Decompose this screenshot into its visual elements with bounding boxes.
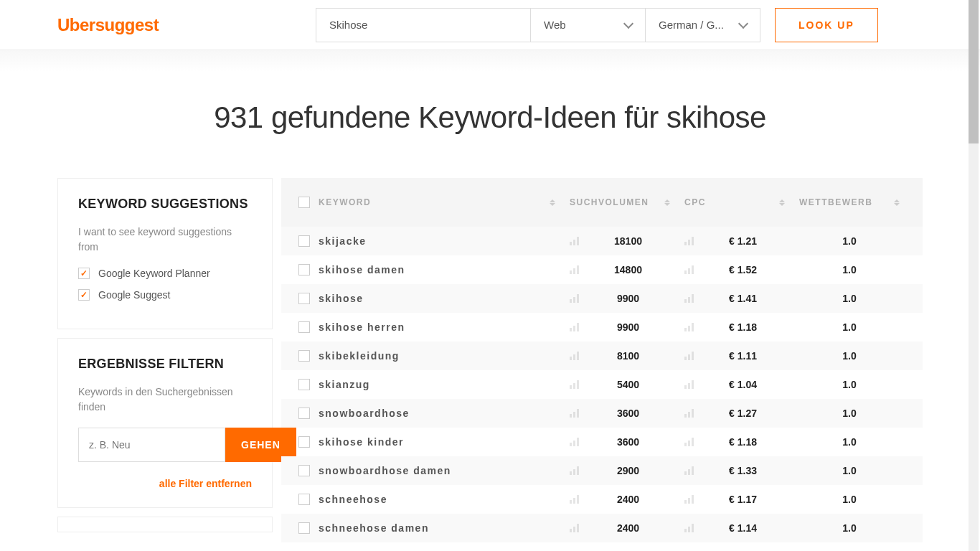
row-checkbox[interactable]	[298, 235, 310, 247]
remove-filters-link[interactable]: alle Filter entfernen	[78, 478, 252, 489]
results-title: 931 gefundene Keyword-Ideen für skihose	[0, 100, 980, 135]
cpc-cell: € 1.18	[701, 321, 799, 333]
language-dropdown[interactable]: German / G...	[646, 8, 760, 42]
cpc-cell: € 1.18	[701, 436, 799, 448]
competition-cell: 1.0	[799, 321, 914, 333]
lookup-button[interactable]: LOOK UP	[775, 8, 878, 42]
col-comp-label: WETTBEWERB	[799, 197, 872, 207]
bar-chart-icon	[570, 466, 579, 475]
row-checkbox[interactable]	[298, 436, 310, 448]
cpc-cell: € 1.52	[701, 264, 799, 276]
bar-chart-icon	[684, 409, 694, 418]
competition-cell: 1.0	[799, 465, 914, 476]
keyword-cell[interactable]: skibekleidung	[319, 350, 400, 362]
checkbox-google-suggest[interactable]	[78, 289, 90, 301]
table-row: skihose herren9900€ 1.181.0	[281, 313, 923, 342]
scrollbar[interactable]	[969, 0, 979, 551]
cpc-cell: € 1.17	[701, 494, 799, 505]
keyword-cell[interactable]: schneehose damen	[319, 522, 429, 534]
col-cpc-header[interactable]: CPC	[684, 197, 799, 207]
sort-icon	[894, 199, 900, 206]
cpc-cell: € 1.11	[701, 350, 799, 362]
competition-cell: 1.0	[799, 293, 914, 304]
col-cpc-label: CPC	[684, 197, 706, 207]
competition-cell: 1.0	[799, 264, 914, 276]
bar-chart-icon	[570, 265, 579, 274]
keyword-cell[interactable]: skihose damen	[319, 264, 405, 276]
bar-chart-icon	[570, 438, 579, 446]
table-row: skianzug5400€ 1.041.0	[281, 370, 923, 399]
search-type-value: Web	[544, 19, 566, 31]
bar-chart-icon	[570, 237, 579, 245]
table-row: skijacke18100€ 1.211.0	[281, 227, 923, 255]
col-volume-label: SUCHVOLUMEN	[570, 197, 649, 207]
col-volume-header[interactable]: SUCHVOLUMEN	[570, 197, 684, 207]
volume-cell: 14800	[586, 264, 684, 276]
cpc-cell: € 1.41	[701, 293, 799, 304]
keyword-cell[interactable]: skihose	[319, 293, 364, 304]
bar-chart-icon	[570, 524, 579, 532]
keyword-cell[interactable]: skijacke	[319, 235, 367, 247]
volume-cell: 2400	[586, 494, 684, 505]
table-row: snowboardhose3600€ 1.271.0	[281, 399, 923, 428]
competition-cell: 1.0	[799, 350, 914, 362]
suggestions-subtitle: I want to see keyword suggestions from	[78, 225, 252, 255]
search-type-dropdown[interactable]: Web	[531, 8, 646, 42]
row-checkbox[interactable]	[298, 408, 310, 419]
table-row: snowboardhose damen2900€ 1.331.0	[281, 456, 923, 485]
table-row: schneehose damen2400€ 1.141.0	[281, 514, 923, 542]
bar-chart-icon	[570, 409, 579, 418]
keyword-cell[interactable]: skianzug	[319, 379, 370, 390]
keyword-cell[interactable]: skihose kinder	[319, 436, 404, 448]
brand-logo[interactable]: Ubersuggest	[57, 15, 316, 35]
filter-input[interactable]	[78, 428, 225, 462]
bar-chart-icon	[684, 352, 694, 360]
row-checkbox[interactable]	[298, 522, 310, 534]
col-comp-header[interactable]: WETTBEWERB	[799, 197, 914, 207]
bar-chart-icon	[570, 294, 579, 303]
label-google-suggest: Google Suggest	[98, 289, 170, 301]
chevron-down-icon	[623, 18, 633, 28]
checkbox-google-planner[interactable]	[78, 268, 90, 279]
competition-cell: 1.0	[799, 235, 914, 247]
col-keyword-label: KEYWORD	[319, 197, 371, 207]
bar-chart-icon	[570, 352, 579, 360]
row-checkbox[interactable]	[298, 494, 310, 505]
bar-chart-icon	[684, 495, 694, 504]
bar-chart-icon	[684, 438, 694, 446]
next-panel	[57, 517, 273, 532]
row-checkbox[interactable]	[298, 465, 310, 476]
language-value: German / G...	[659, 19, 724, 31]
volume-cell: 9900	[586, 293, 684, 304]
bar-chart-icon	[684, 323, 694, 331]
keyword-cell[interactable]: snowboardhose	[319, 408, 410, 419]
bar-chart-icon	[684, 237, 694, 245]
filter-subtitle: Keywords in den Suchergebnissen finden	[78, 385, 252, 415]
row-checkbox[interactable]	[298, 350, 310, 362]
col-keyword-header[interactable]: KEYWORD	[319, 197, 570, 207]
bar-chart-icon	[684, 294, 694, 303]
sort-icon	[550, 199, 555, 206]
competition-cell: 1.0	[799, 408, 914, 419]
row-checkbox[interactable]	[298, 293, 310, 304]
keyword-cell[interactable]: skihose herren	[319, 321, 405, 333]
scroll-thumb[interactable]	[969, 0, 979, 143]
keyword-cell[interactable]: snowboardhose damen	[319, 465, 451, 476]
bar-chart-icon	[684, 265, 694, 274]
volume-cell: 2900	[586, 465, 684, 476]
table-row: schneehose2400€ 1.171.0	[281, 485, 923, 514]
label-google-planner: Google Keyword Planner	[98, 268, 210, 279]
keyword-cell[interactable]: schneehose	[319, 494, 387, 505]
keyword-input[interactable]	[316, 8, 531, 42]
table-row: skihose9900€ 1.411.0	[281, 284, 923, 313]
row-checkbox[interactable]	[298, 264, 310, 276]
chevron-down-icon	[738, 18, 748, 28]
bar-chart-icon	[570, 380, 579, 389]
row-checkbox[interactable]	[298, 321, 310, 333]
bar-chart-icon	[684, 524, 694, 532]
row-checkbox[interactable]	[298, 379, 310, 390]
volume-cell: 3600	[586, 408, 684, 419]
table-row: skihose damen sale1900€ 1.001.0	[281, 542, 923, 551]
cpc-cell: € 1.33	[701, 465, 799, 476]
select-all-checkbox[interactable]	[298, 197, 310, 208]
